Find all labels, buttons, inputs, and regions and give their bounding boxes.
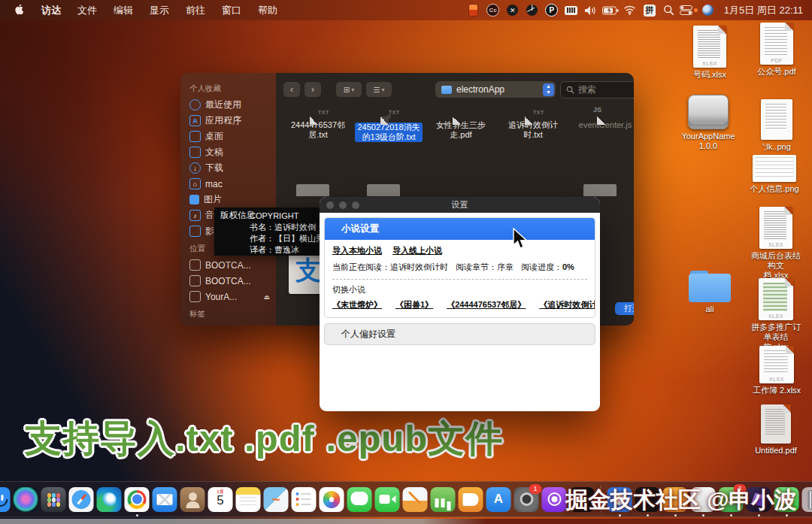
menu-file[interactable]: 文件 xyxy=(69,0,105,20)
globe-icon[interactable] xyxy=(698,0,718,20)
contacts-dock-icon[interactable] xyxy=(180,487,205,512)
app-stacks-icon[interactable] xyxy=(464,0,483,20)
reminders-dock-icon[interactable] xyxy=(292,487,317,512)
sidebar-item-tag-red[interactable]: 红色 xyxy=(189,323,276,326)
sidebar-item-recents[interactable]: 最近使用 xyxy=(189,97,276,113)
dialog-titlebar[interactable]: 设置 xyxy=(320,197,600,213)
import-local-link[interactable]: 导入本地小说 xyxy=(332,245,382,256)
edge-dock-icon[interactable] xyxy=(97,487,122,512)
pdf-file-icon: PDF xyxy=(760,23,793,65)
desktop-icon[interactable]: PDF 公众号.pdf xyxy=(750,23,804,77)
novel-settings-panel: 小说设置 导入本地小说 导入线上小说 当前正在阅读：追诉时效倒计时 阅读章节：序… xyxy=(324,217,595,318)
menu-window[interactable]: 窗口 xyxy=(214,0,250,20)
sidebar-item-applications[interactable]: A应用程序 xyxy=(189,113,276,129)
keyboard-icon[interactable] xyxy=(562,0,581,20)
battery-icon[interactable] xyxy=(601,0,620,20)
parallels-icon[interactable]: P xyxy=(542,0,562,20)
siri-dock-icon[interactable] xyxy=(14,487,38,512)
app-store-dock-icon[interactable]: A xyxy=(486,487,511,512)
progress-value: 0% xyxy=(562,262,574,271)
search-field[interactable]: 搜索 xyxy=(560,81,634,98)
photos-dock-icon[interactable] xyxy=(320,487,344,512)
preferences-header[interactable]: 个人偏好设置 xyxy=(324,323,595,345)
sidebar-item-desktop[interactable]: 桌面 xyxy=(189,129,276,144)
menu-go[interactable]: 前往 xyxy=(177,0,214,20)
group-view-button[interactable]: ☰▾ xyxy=(366,82,392,97)
icon-view-button[interactable]: ⊞▾ xyxy=(336,82,362,97)
messages-dock-icon[interactable] xyxy=(347,487,372,512)
books-dock-icon[interactable] xyxy=(459,487,483,512)
sidebar-section-tags: 标签 xyxy=(189,309,276,320)
desktop-icon[interactable]: ';lk..png xyxy=(750,99,804,152)
folder-dropdown[interactable]: electronApp ▲▼ xyxy=(435,81,556,98)
settings-dialog: 设置 小说设置 导入本地小说 导入线上小说 当前正在阅读：追诉时效倒计时 阅读章… xyxy=(320,197,600,411)
bottom-strip xyxy=(0,519,812,524)
volume-icon[interactable] xyxy=(581,0,601,20)
sidebar-item-yourapp-volume[interactable]: YourA...⏏ xyxy=(189,289,276,304)
facetime-dock-icon[interactable] xyxy=(375,487,400,512)
file-item[interactable]: 女性养生三步 走.pdf xyxy=(426,117,495,140)
menu-help[interactable]: 帮助 xyxy=(250,0,286,20)
sidebar-item-pictures[interactable]: 图片 xyxy=(189,192,276,207)
finder-sidebar: 个人收藏 最近使用 A应用程序 桌面 文稿 ↓下载 ⌂mac 图片 ♪音乐 影片… xyxy=(180,73,276,326)
adobe-cc-icon[interactable]: Cc xyxy=(483,0,503,20)
menu-edit[interactable]: 编辑 xyxy=(105,0,141,20)
pages-dock-icon[interactable] xyxy=(403,487,428,512)
menu-app-name[interactable]: 访达 xyxy=(33,0,69,20)
back-button[interactable]: ‹ xyxy=(283,82,300,97)
desktop-icon[interactable]: XLSX 号码.xlsx xyxy=(683,26,737,80)
desktop-icon[interactable]: Untitled.pdf xyxy=(749,404,803,456)
file-item-selected[interactable]: TXT 2450272018消失 的13级台阶.txt xyxy=(354,114,423,142)
disk-image-icon xyxy=(688,95,729,129)
desktop-icon[interactable]: 个人信息.png xyxy=(747,155,801,194)
desktop-icon[interactable]: XLSX 工作簿 2.xlsx xyxy=(750,346,804,395)
pinyin-input-icon[interactable]: 拼 xyxy=(640,0,659,20)
podcasts-dock-icon[interactable] xyxy=(542,487,567,512)
desktop-icon[interactable]: XLSX 拼多多推广订单表结 构.xlsx xyxy=(749,278,803,352)
mail-dock-icon[interactable] xyxy=(153,487,177,512)
numbers-dock-icon[interactable] xyxy=(431,487,456,512)
desktop-icon-folder[interactable]: ali xyxy=(683,271,737,314)
system-settings-dock-icon[interactable]: 1 xyxy=(514,487,539,512)
launchpad-dock-icon[interactable] xyxy=(41,487,66,512)
safari-dock-icon[interactable] xyxy=(69,487,94,512)
chrome-dock-icon[interactable] xyxy=(125,487,150,512)
apple-menu-icon[interactable] xyxy=(11,5,33,17)
file-item[interactable]: TXT 追诉时效倒计 时.txt xyxy=(498,117,568,140)
desktop-icon[interactable]: XLSX 商城后台表结构文 档.xlsx xyxy=(749,207,803,280)
import-online-link[interactable]: 导入线上小说 xyxy=(392,245,442,256)
novel-settings-header[interactable]: 小说设置 xyxy=(325,218,595,240)
control-center-icon[interactable] xyxy=(679,0,698,20)
search-icon[interactable] xyxy=(659,0,679,20)
download-icon: ↓ xyxy=(189,162,201,174)
file-item[interactable]: TXT 2444476537邻 居.txt xyxy=(283,117,353,140)
open-button[interactable]: 打开 xyxy=(615,302,634,315)
sidebar-item-bootcamp1[interactable]: BOOTCA... xyxy=(189,257,276,273)
menu-view[interactable]: 显示 xyxy=(141,0,177,20)
finder-dock-icon[interactable] xyxy=(0,487,11,512)
book-link[interactable]: 《追诉时效倒计时》 xyxy=(539,299,595,310)
document-icon xyxy=(189,147,201,158)
sidebar-item-home[interactable]: ⌂mac xyxy=(189,176,276,192)
x-app-icon[interactable]: ✕ xyxy=(503,0,523,20)
preview-dock-icon[interactable]: ~ xyxy=(264,487,289,512)
segmented-circle-icon[interactable] xyxy=(523,0,542,20)
book-link[interactable]: 《2444476537邻居》 xyxy=(447,299,526,310)
trash-dock-icon[interactable] xyxy=(802,487,812,512)
sidebar-item-bootcamp2[interactable]: BOOTCA... xyxy=(189,273,276,289)
book-link[interactable]: 《末世熔炉》 xyxy=(332,299,382,310)
eject-icon[interactable]: ⏏ xyxy=(263,293,270,301)
calendar-dock-icon[interactable]: 1月5 xyxy=(208,487,233,512)
file-item[interactable]: JS eventCenter.js xyxy=(571,117,634,130)
notes-dock-icon[interactable] xyxy=(236,487,261,512)
wifi-icon[interactable] xyxy=(620,0,640,20)
sidebar-item-documents[interactable]: 文稿 xyxy=(189,144,276,160)
sidebar-item-downloads[interactable]: ↓下载 xyxy=(189,160,276,176)
book-link[interactable]: 《困兽1》 xyxy=(395,299,433,310)
forward-button[interactable]: › xyxy=(304,82,321,97)
divider xyxy=(332,279,587,280)
file-icon-partial xyxy=(583,184,617,196)
menu-clock[interactable]: 1月5日 周日 22:11 xyxy=(718,4,803,17)
tooltip-body: COPYRIGHT 书名：追诉时效倒 作者：【日】横山秀 译者：曹逸冰 xyxy=(250,211,324,256)
desktop-icon[interactable]: YourAppName 1.0.0 xyxy=(681,95,735,151)
